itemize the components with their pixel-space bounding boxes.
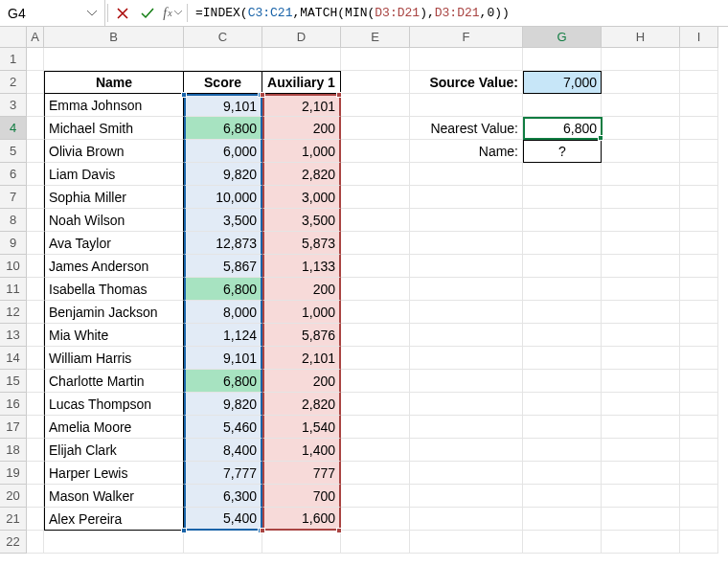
cell[interactable] [27,48,44,71]
cell[interactable] [341,48,410,71]
cell[interactable] [27,370,44,393]
row-header[interactable]: 12 [0,301,27,324]
col-header-C[interactable]: C [184,27,262,48]
row-header[interactable]: 19 [0,462,27,485]
cell[interactable]: 8,000 [184,301,262,324]
cell[interactable] [27,301,44,324]
cell[interactable] [341,393,410,416]
range-handle-icon[interactable] [181,528,187,533]
cell[interactable] [27,71,44,94]
cell[interactable] [341,186,410,209]
cell[interactable] [27,209,44,232]
cell[interactable]: 9,101 [184,94,262,117]
cell[interactable] [680,209,718,232]
cell[interactable] [184,48,262,71]
cell[interactable]: 6,800 [184,370,262,393]
cell[interactable]: Benjamin Jackson [44,301,184,324]
cell[interactable] [680,393,718,416]
range-handle-icon[interactable] [260,92,265,98]
cell[interactable]: James Anderson [44,255,184,278]
cell[interactable] [523,163,602,186]
cell[interactable] [341,209,410,232]
cell[interactable] [523,508,602,531]
cell[interactable] [410,255,523,278]
cell[interactable] [27,232,44,255]
cell[interactable] [680,531,718,554]
cell[interactable]: Mason Walker [44,485,184,508]
cell[interactable]: 1,400 [262,439,341,462]
cell[interactable]: 9,101 [184,347,262,370]
cell[interactable]: 6,300 [184,485,262,508]
cell[interactable] [680,324,718,347]
cell[interactable] [680,140,718,163]
cell[interactable] [27,163,44,186]
cell[interactable] [523,347,602,370]
cell[interactable] [523,416,602,439]
cell[interactable]: William Harris [44,347,184,370]
cell[interactable] [27,393,44,416]
cell[interactable]: 5,873 [262,232,341,255]
cell[interactable] [680,508,718,531]
col-header-I[interactable]: I [680,27,718,48]
cell[interactable] [410,301,523,324]
cell[interactable]: 200 [262,117,341,140]
col-header-G[interactable]: G [523,27,602,48]
cell[interactable]: 10,000 [184,186,262,209]
cell[interactable]: 5,876 [262,324,341,347]
cell[interactable]: 3,500 [184,209,262,232]
row-header[interactable]: 15 [0,370,27,393]
range-handle-icon[interactable] [336,528,342,533]
cell[interactable] [523,439,602,462]
cell[interactable] [184,531,262,554]
cell[interactable] [410,94,523,117]
cell[interactable]: Auxiliary 1 [262,71,341,94]
cell[interactable]: Elijah Clark [44,439,184,462]
formula-cancel-button[interactable] [110,0,135,26]
cell[interactable] [27,485,44,508]
cell[interactable] [602,186,680,209]
cell[interactable] [680,462,718,485]
cell[interactable] [341,485,410,508]
cell[interactable]: 777 [262,462,341,485]
cell[interactable] [680,163,718,186]
cell[interactable] [341,117,410,140]
cell[interactable] [680,232,718,255]
cell[interactable] [602,209,680,232]
cell[interactable] [523,278,602,301]
cell[interactable] [410,485,523,508]
cell[interactable] [27,508,44,531]
cell[interactable] [410,278,523,301]
cell[interactable]: 5,400 [184,508,262,531]
cell[interactable] [602,370,680,393]
cell[interactable] [27,278,44,301]
cell[interactable] [523,48,602,71]
cell[interactable]: Noah Wilson [44,209,184,232]
cell[interactable] [602,393,680,416]
cell[interactable] [410,370,523,393]
cell[interactable] [27,94,44,117]
cell[interactable]: Mia White [44,324,184,347]
cell[interactable]: Alex Pereira [44,508,184,531]
cell[interactable]: 700 [262,485,341,508]
cell[interactable] [410,324,523,347]
cell[interactable] [523,393,602,416]
cell[interactable]: 1,133 [262,255,341,278]
cell[interactable] [602,485,680,508]
cell[interactable] [602,324,680,347]
row-header[interactable]: 1 [0,48,27,71]
cell[interactable]: 6,800 [523,117,602,140]
cell[interactable] [410,439,523,462]
cell[interactable] [523,94,602,117]
col-header-F[interactable]: F [410,27,523,48]
cell[interactable] [523,301,602,324]
cell[interactable]: Name: [410,140,523,163]
cell[interactable] [341,140,410,163]
cell[interactable] [341,439,410,462]
cell[interactable]: 8,400 [184,439,262,462]
cell[interactable] [602,71,680,94]
row-header[interactable]: 18 [0,439,27,462]
cell[interactable]: 2,101 [262,347,341,370]
cell[interactable] [523,370,602,393]
cell[interactable]: Isabella Thomas [44,278,184,301]
cell[interactable] [680,71,718,94]
